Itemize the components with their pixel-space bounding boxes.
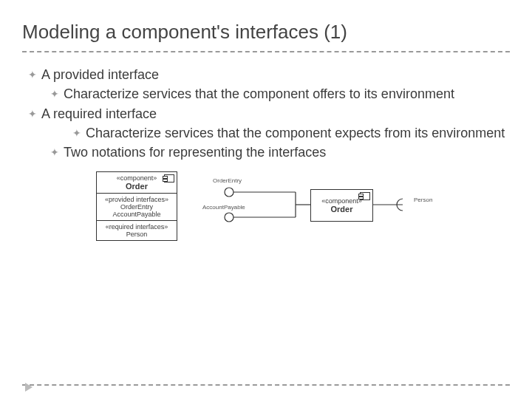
interface-name: OrderEntry [101,203,172,211]
svg-point-2 [225,213,233,222]
interface-label-orderentry: OrderEntry [213,177,242,184]
bullet-marker-icon: ✦ [50,143,64,161]
slide-title: Modeling a component's interfaces (1) [22,21,510,52]
bullet-marker-icon: ✦ [28,66,41,83]
footer-arrow-icon [25,383,33,392]
component-name: Order [320,205,364,214]
bullet-text: A provided interface [41,66,510,83]
component-header: «component» Order [97,172,177,194]
component-icon [164,174,174,183]
component-icon [360,192,370,200]
svg-point-0 [225,188,233,197]
bullet-required: ✦ A required interface [28,105,510,123]
diagram-row: «component» Order «provided interfaces» … [22,171,510,253]
bullet-text: Characterize services that the component… [64,85,510,103]
provided-section: «provided interfaces» OrderEntry Account… [97,194,177,221]
bullet-text: A required interface [41,105,510,123]
bullet-text: Characterize services that the component… [86,124,510,142]
bullet-required-desc: ✦ Characterize services that the compone… [72,124,510,142]
footer-divider [22,384,510,386]
bullet-marker-icon: ✦ [72,124,86,142]
bullet-marker-icon: ✦ [28,105,41,123]
required-section: «required interfaces» Person [97,221,177,240]
bullet-text: Two notations for representing the inter… [64,143,510,161]
interface-label-accountpayable: AccountPayable [202,204,245,211]
section-header: «provided interfaces» [101,196,172,203]
component-name: Order [101,182,172,191]
interface-label-person: Person [414,197,432,203]
stereotype-label: «component» [320,197,364,205]
diagram-ball-socket: OrderEntry AccountPayable «component» Or… [200,171,451,253]
slide-body: ✦ A provided interface ✦ Characterize se… [22,66,510,161]
bullet-marker-icon: ✦ [50,85,64,103]
section-header: «required interfaces» [101,223,172,231]
interface-name: Person [101,231,172,238]
bullet-provided: ✦ A provided interface [28,66,510,83]
component-box: «component» Order [310,189,373,222]
diagram-textual: «component» Order «provided interfaces» … [96,171,177,241]
bullet-notations: ✦ Two notations for representing the int… [50,143,510,161]
bullet-provided-desc: ✦ Characterize services that the compone… [50,85,510,103]
interface-name: AccountPayable [101,211,172,218]
stereotype-label: «component» [101,174,172,182]
